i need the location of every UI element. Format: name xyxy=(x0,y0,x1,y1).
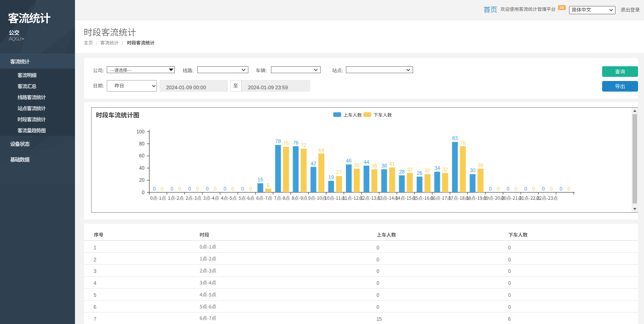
svg-text:0: 0 xyxy=(178,186,181,191)
svg-text:80: 80 xyxy=(139,141,144,146)
svg-text:75: 75 xyxy=(283,140,288,146)
svg-text:0: 0 xyxy=(249,186,252,191)
svg-text:46: 46 xyxy=(346,158,351,163)
svg-text:38: 38 xyxy=(381,162,386,168)
svg-text:0: 0 xyxy=(142,189,144,195)
svg-text:32: 32 xyxy=(407,166,412,172)
svg-text:64: 64 xyxy=(318,147,324,152)
svg-text:32: 32 xyxy=(442,166,448,172)
svg-text:15: 15 xyxy=(257,177,263,182)
svg-text:0: 0 xyxy=(241,186,244,191)
svg-text:72: 72 xyxy=(300,142,306,148)
svg-text:76: 76 xyxy=(293,139,298,145)
svg-text:78: 78 xyxy=(275,139,281,144)
svg-text:0: 0 xyxy=(153,186,155,191)
svg-text:0: 0 xyxy=(223,186,226,191)
svg-text:39: 39 xyxy=(354,162,359,168)
svg-text:60: 60 xyxy=(139,153,144,158)
svg-text:0: 0 xyxy=(532,186,535,191)
svg-text:44: 44 xyxy=(363,159,369,164)
svg-text:27: 27 xyxy=(336,169,341,175)
svg-text:0: 0 xyxy=(567,186,570,191)
svg-text:39: 39 xyxy=(477,162,483,168)
svg-text:0: 0 xyxy=(542,186,545,191)
svg-text:19: 19 xyxy=(328,174,334,179)
svg-text:0: 0 xyxy=(524,186,527,191)
svg-text:83: 83 xyxy=(452,135,457,141)
svg-text:0: 0 xyxy=(506,186,509,191)
svg-text:34: 34 xyxy=(434,165,440,171)
svg-text:0: 0 xyxy=(497,186,500,191)
svg-text:76: 76 xyxy=(460,139,466,145)
svg-text:0: 0 xyxy=(231,186,234,191)
svg-text:40: 40 xyxy=(139,165,144,170)
svg-text:41: 41 xyxy=(389,161,395,166)
svg-text:0: 0 xyxy=(514,186,517,191)
svg-text:28: 28 xyxy=(399,169,404,174)
svg-text:38: 38 xyxy=(371,162,377,168)
svg-text:20: 20 xyxy=(139,177,144,183)
svg-text:0: 0 xyxy=(170,186,173,191)
svg-text:26: 26 xyxy=(416,170,422,175)
svg-text:0: 0 xyxy=(196,186,199,191)
svg-text:6: 6 xyxy=(267,182,270,188)
svg-text:42: 42 xyxy=(310,160,316,166)
svg-text:100: 100 xyxy=(136,128,144,134)
svg-text:30: 30 xyxy=(470,168,475,173)
svg-text:0: 0 xyxy=(559,186,562,191)
svg-text:30: 30 xyxy=(425,168,430,173)
svg-text:0: 0 xyxy=(550,186,552,191)
svg-text:0: 0 xyxy=(206,186,208,191)
svg-text:0: 0 xyxy=(213,186,216,191)
svg-text:0: 0 xyxy=(489,186,491,191)
svg-text:0: 0 xyxy=(188,186,191,191)
svg-text:0: 0 xyxy=(161,186,163,191)
